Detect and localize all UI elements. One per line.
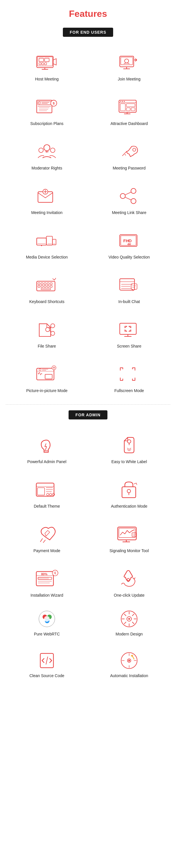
svg-rect-106 [37,488,45,495]
automatic-installation-icon [119,651,139,671]
section-divider [6,404,170,405]
feature-installation-wizard: 80% Installation Wizard [6,562,88,603]
feature-one-click-update: One-click Update [88,562,170,603]
easy-white-label-label: Easy to White Label [111,459,147,464]
subscription-plans-label: Subscription Plans [30,121,63,126]
powerful-admin-panel-label: Powerful Admin Panel [27,459,66,464]
svg-rect-105 [36,483,54,487]
svg-point-36 [44,145,50,151]
svg-rect-99 [45,374,52,379]
meeting-password-icon [116,140,142,163]
svg-rect-5 [39,63,41,65]
svg-point-111 [50,493,52,496]
svg-rect-75 [44,286,46,287]
svg-rect-9 [120,56,134,67]
svg-rect-55 [36,238,46,245]
pure-webrtc-icon [37,609,57,629]
svg-rect-71 [47,283,49,284]
powerful-admin-panel-icon [34,434,60,457]
svg-line-43 [123,153,125,155]
svg-point-96 [39,369,41,371]
feature-clean-source-code: Clean Source Code [6,645,88,684]
host-meeting-label: Host Meeting [35,77,59,81]
svg-line-116 [40,538,42,542]
svg-point-114 [127,489,130,493]
svg-line-117 [43,540,46,543]
svg-line-53 [125,192,131,195]
svg-rect-31 [126,103,135,107]
feature-meeting-invitation: Meeting Invitation [6,179,88,221]
meeting-password-label: Meeting Password [113,166,145,170]
feature-modern-design: Modern Design [88,603,170,642]
svg-rect-8 [45,63,47,65]
feature-host-meeting: Host Meeting [6,45,88,87]
default-theme-label: Default Theme [34,504,60,508]
svg-point-50 [120,193,125,198]
file-share-label: File Share [38,344,56,348]
svg-rect-70 [44,283,46,284]
feature-join-meeting: Join Meeting [88,45,170,87]
feature-powerful-admin-panel: Powerful Admin Panel [6,428,88,470]
svg-rect-73 [38,286,40,287]
clean-source-code-icon [37,651,57,671]
video-quality-selection-icon: FHD 4K [116,229,142,252]
feature-signaling-monitor-tool: Signaling Monitor Tool [88,517,170,559]
feature-screen-share: Screen Share [88,312,170,354]
svg-rect-74 [41,286,43,287]
feature-automatic-installation: Automatic Installation [88,645,170,684]
svg-point-59 [41,245,42,246]
svg-rect-57 [53,239,56,245]
page-title: Features [0,0,176,25]
svg-point-139 [44,616,50,622]
host-meeting-icon [34,51,60,74]
svg-rect-26 [119,100,136,103]
automatic-installation-label: Automatic Installation [110,673,148,678]
feature-media-device-selection: Media Device Selection [6,223,88,265]
svg-rect-33 [131,108,135,111]
end-users-section-badge: FOR END USERS [0,28,176,37]
svg-point-27 [120,101,121,102]
modern-design-icon [119,609,139,629]
pure-webrtc-label: Pure WebRTC [34,632,60,636]
svg-rect-129 [38,577,49,580]
svg-rect-118 [118,527,136,540]
installation-wizard-icon: 80% [34,567,60,590]
svg-text:$: $ [53,101,55,105]
svg-point-88 [46,328,50,332]
svg-point-132 [52,570,58,576]
svg-rect-78 [41,288,51,290]
payment-mode-icon [34,523,60,546]
meeting-link-share-icon [116,185,142,208]
svg-line-54 [125,197,131,200]
keyboard-shortcuts-label: Keyboard Shortcuts [29,299,65,304]
moderator-rights-label: Moderator Rights [31,166,62,170]
feature-subscription-plans: $ Subscription Plans [6,90,88,131]
svg-rect-7 [45,58,49,62]
svg-rect-25 [119,100,136,113]
attractive-dashboard-icon [116,96,142,118]
svg-rect-91 [120,323,136,334]
screen-share-icon [116,318,142,341]
svg-rect-32 [126,108,130,111]
one-click-update-label: One-click Update [114,593,144,597]
authentication-mode-label: Authentication Mode [111,504,147,508]
svg-point-16 [38,102,40,104]
feature-keyboard-shortcuts: Keyboard Shortcuts [6,268,88,310]
feature-meeting-link-share: Meeting Link Share [88,179,170,221]
feature-payment-mode: Payment Mode [6,517,88,559]
svg-rect-69 [41,283,43,284]
svg-rect-77 [50,286,52,287]
svg-rect-15 [38,101,51,105]
media-device-selection-label: Media Device Selection [26,255,68,259]
keyboard-shortcuts-icon [34,274,60,297]
svg-line-144 [46,657,48,664]
feature-in-built-chat: In-built Chat [88,268,170,310]
svg-rect-76 [47,286,49,287]
svg-point-38 [50,148,55,153]
modern-design-label: Modern Design [116,632,143,636]
svg-rect-68 [38,283,40,284]
svg-text:4K: 4K [127,243,131,246]
moderator-rights-icon [34,140,60,163]
svg-point-28 [122,101,123,102]
picture-in-picture-label: Picture-in-picture Mode [26,389,68,393]
